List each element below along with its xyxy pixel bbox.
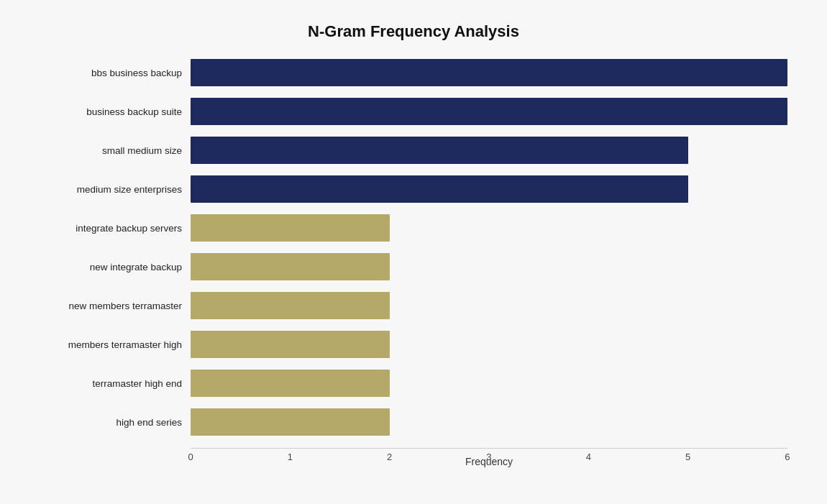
x-axis-ticks: 0123456 — [191, 448, 787, 452]
chart-title: N-Gram Frequency Analysis — [40, 22, 787, 41]
bar-track — [191, 253, 787, 280]
bar-label: small medium size — [40, 145, 191, 156]
bar-label: bbs business backup — [40, 68, 191, 78]
bar-track — [191, 137, 787, 164]
bar-row: bbs business backup — [40, 54, 787, 91]
bar-fill — [191, 408, 390, 436]
bar-row: integrate backup servers — [40, 209, 787, 247]
bar-fill — [191, 59, 787, 86]
bar-label: new members terramaster — [40, 301, 191, 311]
bar-track — [191, 59, 787, 86]
bar-label: business backup suite — [40, 106, 191, 117]
bar-row: new members terramaster — [40, 287, 787, 324]
bar-fill — [191, 292, 390, 319]
bar-fill — [191, 98, 787, 125]
bar-label: terramaster high end — [40, 378, 191, 389]
bar-label: integrate backup servers — [40, 223, 191, 234]
bar-row: new integrate backup — [40, 248, 787, 285]
bar-fill — [191, 331, 390, 358]
bar-label: new integrate backup — [40, 262, 191, 272]
bar-row: business backup suite — [40, 93, 787, 130]
bar-fill — [191, 175, 688, 203]
bar-fill — [191, 253, 390, 280]
bar-row: medium size enterprises — [40, 170, 787, 208]
x-axis-area: 0123456 — [191, 448, 787, 452]
bar-track — [191, 408, 787, 436]
bar-track — [191, 331, 787, 358]
bar-row: high end series — [40, 403, 787, 441]
bar-label: medium size enterprises — [40, 184, 191, 195]
bar-track — [191, 214, 787, 242]
chart-area: bbs business backupbusiness backup suite… — [40, 54, 787, 442]
bar-label: members terramaster high — [40, 339, 191, 350]
bar-track — [191, 292, 787, 319]
bar-fill — [191, 137, 688, 164]
chart-container: N-Gram Frequency Analysis bbs business b… — [18, 8, 809, 496]
bar-row: members terramaster high — [40, 326, 787, 363]
bar-track — [191, 175, 787, 203]
bar-label: high end series — [40, 417, 191, 428]
bar-track — [191, 98, 787, 125]
bar-row: terramaster high end — [40, 365, 787, 402]
bar-fill — [191, 214, 390, 242]
bar-row: small medium size — [40, 132, 787, 169]
bar-track — [191, 370, 787, 397]
bar-fill — [191, 370, 390, 397]
